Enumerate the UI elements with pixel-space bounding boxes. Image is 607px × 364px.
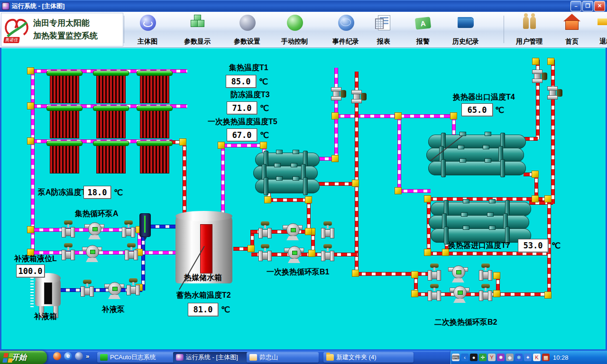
- app-icon: [2, 2, 9, 10]
- manual-control-button[interactable]: 手动控制: [273, 14, 316, 46]
- valve[interactable]: [124, 243, 139, 259]
- pipe-fitting: [305, 228, 312, 235]
- circulation-pump[interactable]: [284, 245, 304, 263]
- collector-header-pipe: [93, 141, 129, 146]
- main-view-button[interactable]: 主体图: [126, 14, 169, 46]
- valve[interactable]: [121, 220, 136, 237]
- valve[interactable]: [258, 244, 273, 260]
- taskbar-task-new-folder[interactable]: 新建文件夹 (4): [323, 352, 414, 363]
- signal-tray-icon[interactable]: Y: [488, 354, 496, 361]
- circulation-pump[interactable]: [82, 244, 102, 262]
- valve[interactable]: [547, 85, 563, 100]
- valve[interactable]: [532, 69, 548, 84]
- language-bar-tray-icon[interactable]: ‹: [461, 354, 469, 361]
- alarm-button[interactable]: A报警: [401, 14, 445, 46]
- valve[interactable]: [351, 89, 368, 104]
- home-button-label: 首页: [565, 37, 579, 46]
- restore-button[interactable]: ❐: [582, 1, 593, 11]
- expansion-level-sensor: [139, 213, 151, 237]
- t3-unit: ℃: [260, 103, 269, 113]
- valve[interactable]: [331, 86, 347, 101]
- exit-button-label: 退出: [599, 37, 607, 46]
- system-name: 油田专用太阳能 加热装置监控系统: [33, 17, 98, 42]
- event-log-button[interactable]: 事件纪录: [324, 14, 368, 46]
- valve[interactable]: [427, 284, 442, 300]
- circulation-pump[interactable]: [283, 222, 303, 240]
- toolbar: 奥诺佳 油田专用太阳能 加热装置监控系统 主体图参数显示参数设置手动控制事件纪录…: [0, 12, 607, 48]
- start-button[interactable]: 开始: [0, 351, 47, 364]
- valve[interactable]: [427, 264, 442, 280]
- valve[interactable]: [478, 264, 493, 280]
- close-button[interactable]: ✕: [594, 1, 605, 11]
- t3-sensor-label: 防冻温度T3: [230, 90, 270, 100]
- palette-tray-icon[interactable]: ✹: [497, 354, 505, 361]
- start-label: 开始: [11, 353, 27, 363]
- exit-button[interactable]: 退出: [584, 14, 607, 46]
- pipe-fitting: [27, 226, 34, 233]
- media-player-icon[interactable]: [75, 352, 83, 360]
- pump-a-label: 集热循环泵A: [75, 209, 119, 219]
- user-management-button[interactable]: 用户管理: [507, 14, 551, 46]
- history-button[interactable]: 历史纪录: [444, 14, 487, 46]
- solar-collector-panel: [140, 145, 169, 173]
- t4-value: 65.0: [468, 105, 487, 115]
- clock: 10:28: [553, 354, 569, 361]
- valve[interactable]: [320, 221, 335, 237]
- valve[interactable]: [478, 284, 493, 300]
- param-setting-button-label: 参数设置: [234, 37, 260, 46]
- netmeeting-tray-icon[interactable]: ✛: [479, 354, 487, 361]
- t4-sensor-label: 换热器出口温度T4: [453, 92, 515, 102]
- pipe-fitting: [331, 112, 339, 119]
- qq-tray-icon[interactable]: ●: [470, 354, 478, 361]
- solar-collector-panel: [50, 75, 79, 103]
- circulation-pump[interactable]: [450, 285, 469, 303]
- quick-launch-overflow[interactable]: »: [86, 353, 89, 360]
- valve[interactable]: [61, 243, 76, 259]
- history-button-label: 历史纪录: [452, 37, 479, 46]
- taskbar-task-mao-zhongshan[interactable]: 茆忠山: [247, 352, 319, 363]
- messenger-tray-icon[interactable]: ✦: [524, 354, 532, 361]
- manual-control-button-label: 手动控制: [281, 37, 308, 46]
- circulation-pump[interactable]: [104, 281, 124, 299]
- supply-pipe: [267, 198, 309, 202]
- param-setting-button[interactable]: 参数设置: [225, 14, 269, 46]
- kaspersky-tray-icon[interactable]: K: [533, 354, 541, 361]
- circulation-pump[interactable]: [448, 264, 468, 282]
- makeup-pump-label: 补液泵: [102, 305, 125, 315]
- t7-value-box: 53.0: [518, 239, 548, 252]
- solar-collector-panel: [96, 110, 126, 138]
- param-display-button[interactable]: 参数显示: [175, 14, 219, 46]
- main-view-button-label: 主体图: [138, 37, 157, 46]
- solar-collector-panel: [140, 110, 169, 138]
- hot-loop-pipe: [221, 145, 225, 217]
- collector-header-pipe: [46, 141, 83, 146]
- taskbar-task-run-system[interactable]: 运行系统 - [主体图]: [173, 352, 249, 363]
- valve[interactable]: [126, 278, 141, 294]
- launcher-icon[interactable]: [53, 352, 61, 360]
- valve[interactable]: [258, 221, 273, 237]
- pipe-fitting: [411, 271, 418, 278]
- hot-loop-pipe: [221, 144, 265, 147]
- pipe-fitting: [264, 196, 271, 203]
- minimize-button[interactable]: –: [570, 1, 581, 11]
- t3-value-box: 71.0: [227, 101, 257, 114]
- t4-value-box: 65.0: [461, 103, 493, 116]
- valve[interactable]: [80, 280, 95, 296]
- valve[interactable]: [320, 244, 335, 260]
- network-tray-icon[interactable]: ❄: [515, 354, 523, 361]
- taskbar: 开始 e » PCAuto日志系统运行系统 - [主体图]茆忠山新建文件夹 (4…: [0, 351, 607, 364]
- pipe-fitting: [395, 112, 402, 119]
- taskbar-task-pcauto-log[interactable]: PCAuto日志系统: [97, 352, 174, 363]
- window-frame-left: [0, 47, 1, 351]
- solar-collector-panel: [140, 75, 169, 103]
- diamond-tray-icon[interactable]: ◆: [506, 354, 514, 361]
- cube-tray-icon[interactable]: ▦: [542, 354, 550, 361]
- valve[interactable]: [61, 220, 76, 237]
- keyboard-tray-icon[interactable]: ⌨: [452, 354, 460, 361]
- report-button[interactable]: 报表: [362, 14, 405, 46]
- t2-sensor-label: 蓄热水箱温度T2: [176, 291, 231, 300]
- t2-value: 81.0: [193, 305, 213, 314]
- circulation-pump[interactable]: [84, 221, 104, 239]
- ie-icon[interactable]: e: [64, 352, 72, 360]
- pipe-fitting: [450, 112, 457, 119]
